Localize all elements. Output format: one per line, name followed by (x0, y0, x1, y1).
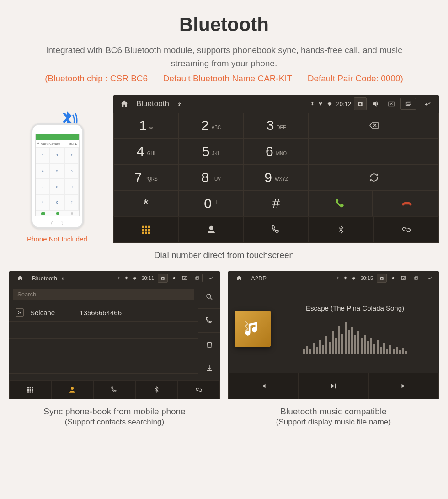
location-icon (318, 101, 323, 107)
svg-rect-26 (414, 277, 417, 279)
call-button[interactable] (309, 191, 373, 216)
close-box-icon[interactable] (181, 275, 188, 281)
key-hash[interactable]: # (244, 190, 309, 216)
key-star[interactable]: * (113, 190, 178, 216)
svg-rect-14 (196, 276, 199, 279)
wifi-icon (326, 101, 333, 107)
recents-icon[interactable] (192, 274, 203, 282)
location-icon (124, 276, 128, 281)
dialer-screen: Bluetooth 20:12 1∞ 2ABC 3DE (113, 95, 439, 243)
svg-rect-4 (145, 226, 147, 228)
wifi-icon (132, 276, 138, 281)
contact-row[interactable]: S Seicane 13566664466 (9, 304, 198, 322)
close-box-icon[interactable] (385, 97, 398, 110)
recents-icon[interactable] (411, 274, 421, 282)
spec-name: Default Bluetooth Name CAR-KIT (163, 74, 292, 83)
tab-contacts[interactable] (51, 380, 93, 399)
volume-icon[interactable] (171, 275, 178, 281)
tab-bluetooth[interactable] (309, 216, 373, 243)
svg-rect-21 (32, 389, 33, 391)
back-icon[interactable] (206, 275, 215, 281)
home-icon[interactable] (14, 272, 27, 284)
dialer-nav-tabs (113, 216, 439, 243)
phone-caption: Phone Not Included (9, 235, 105, 243)
search-icon[interactable] (198, 285, 220, 309)
page-title: Bluetooth (9, 14, 439, 36)
svg-rect-10 (145, 232, 147, 234)
search-input[interactable]: Search (13, 289, 194, 300)
svg-rect-24 (32, 391, 33, 392)
tab-pair[interactable] (178, 380, 220, 399)
tab-keypad[interactable] (113, 216, 178, 243)
app-title: A2DP (251, 275, 267, 282)
usb-icon (173, 97, 186, 110)
prev-button[interactable] (228, 373, 299, 399)
play-pause-button[interactable] (299, 373, 369, 399)
bluetooth-status-icon (336, 276, 340, 281)
dialer-caption: Dial number direct from touchscreen (9, 250, 439, 260)
contacts-caption: Sync phone-book from mobile phone(Suppor… (9, 407, 220, 427)
hangup-button[interactable] (375, 191, 438, 216)
screenshot-icon[interactable] (377, 274, 387, 283)
app-title: Bluetooth (136, 99, 169, 108)
blank-side (309, 139, 439, 165)
svg-rect-2 (407, 102, 411, 104)
music-controls (228, 373, 439, 399)
delete-contact-icon[interactable] (198, 333, 220, 356)
svg-rect-18 (32, 387, 33, 388)
key-1[interactable]: 1∞ (113, 113, 178, 139)
next-button[interactable] (368, 373, 439, 399)
call-contact-icon[interactable] (198, 309, 220, 333)
svg-rect-8 (148, 229, 150, 231)
key-2[interactable]: 2ABC (178, 113, 243, 139)
key-7[interactable]: 7PQRS (113, 165, 178, 191)
recents-icon[interactable] (400, 98, 416, 110)
bluetooth-status-icon (117, 276, 121, 281)
svg-rect-11 (148, 232, 150, 234)
wifi-icon (351, 276, 357, 281)
tab-bluetooth[interactable] (136, 380, 178, 399)
key-3[interactable]: 3DEF (244, 113, 309, 139)
download-icon[interactable] (198, 356, 220, 380)
dial-keypad: 1∞ 2ABC 3DEF 4GHI 5JKL 6MNO 7PQRS 8TUV 9… (113, 113, 439, 216)
bluetooth-status-icon (309, 101, 315, 107)
key-6[interactable]: 6MNO (244, 139, 309, 165)
svg-rect-17 (30, 387, 31, 388)
swap-button[interactable] (309, 165, 439, 191)
screenshot-icon[interactable] (354, 97, 367, 110)
tab-pair[interactable] (374, 216, 439, 243)
home-icon[interactable] (233, 272, 245, 284)
spec-chip: (Bluetooth chip : CSR BC6 (45, 74, 148, 83)
svg-rect-9 (142, 232, 144, 234)
contact-initial-icon: S (16, 308, 24, 317)
contacts-side-actions (198, 285, 220, 380)
tab-keypad[interactable] (9, 380, 51, 399)
svg-rect-22 (27, 391, 29, 392)
music-screen: A2DP 20:15 (228, 271, 439, 438)
contact-number: 13566664466 (80, 309, 122, 317)
key-5[interactable]: 5JKL (178, 139, 243, 165)
back-icon[interactable] (421, 97, 434, 110)
app-title: Bluetooth (32, 275, 57, 282)
volume-icon[interactable] (390, 275, 397, 281)
music-caption: Bluetooth music compatible(Support displ… (228, 407, 439, 427)
key-9[interactable]: 9WXYZ (244, 165, 309, 191)
key-8[interactable]: 8TUV (178, 165, 243, 191)
tab-history[interactable] (93, 380, 135, 399)
track-title: Escape (The Pina Colada Song) (277, 304, 432, 312)
back-icon[interactable] (425, 275, 434, 281)
volume-icon[interactable] (369, 97, 382, 110)
clock-time: 20:11 (141, 275, 154, 281)
key-0[interactable]: 0+ (178, 190, 243, 216)
key-4[interactable]: 4GHI (113, 139, 178, 165)
svg-rect-20 (30, 389, 31, 391)
tab-contacts[interactable] (178, 216, 243, 243)
screenshot-icon[interactable] (158, 274, 168, 283)
tab-history[interactable] (244, 216, 309, 243)
close-box-icon[interactable] (400, 275, 407, 281)
home-icon[interactable] (118, 97, 131, 110)
backspace-button[interactable] (309, 113, 439, 139)
status-bar: Bluetooth 20:12 (113, 95, 439, 113)
equalizer-icon (277, 317, 432, 354)
svg-rect-19 (27, 389, 29, 391)
